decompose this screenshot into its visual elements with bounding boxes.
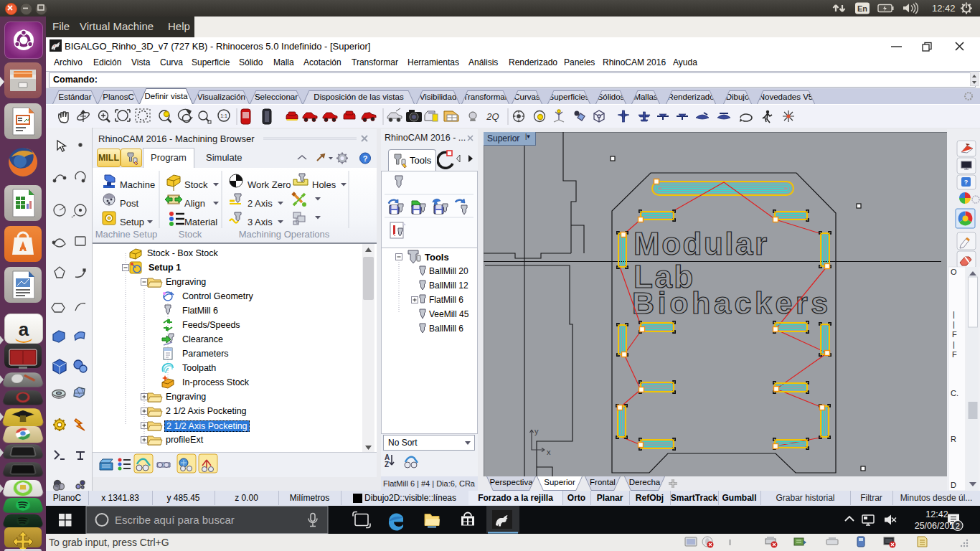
svg-text:12:42: 12:42 xyxy=(925,509,948,519)
svg-text:Holes: Holes xyxy=(312,179,336,190)
svg-text:Z: Z xyxy=(385,461,389,468)
svg-text:y: y xyxy=(534,427,539,435)
svg-text:12:42: 12:42 xyxy=(932,3,956,14)
svg-text:F: F xyxy=(952,350,957,359)
svg-text:C.: C. xyxy=(951,389,958,397)
svg-text:Stock: Stock xyxy=(179,229,202,240)
svg-text:Align: Align xyxy=(184,198,205,209)
svg-text:a: a xyxy=(19,319,29,340)
svg-text:x: x xyxy=(547,448,551,456)
svg-text:|: | xyxy=(953,310,955,319)
svg-text:2: 2 xyxy=(956,522,960,530)
svg-text:Machine: Machine xyxy=(120,179,155,190)
svg-text:Post: Post xyxy=(120,198,138,209)
svg-text:Material: Material xyxy=(184,217,217,227)
svg-text:Modular: Modular xyxy=(633,226,769,261)
svg-text:Machining Operations: Machining Operations xyxy=(239,229,330,240)
svg-text:|: | xyxy=(953,320,955,329)
svg-text:|: | xyxy=(953,340,955,349)
svg-text:?: ? xyxy=(363,154,368,163)
svg-text:Work Zero: Work Zero xyxy=(248,179,291,190)
svg-text:3 Axis: 3 Axis xyxy=(248,217,273,227)
svg-text:O: O xyxy=(951,268,957,276)
svg-text:Escribe aquí para buscar: Escribe aquí para buscar xyxy=(115,514,235,526)
svg-text:R: R xyxy=(951,435,956,443)
svg-text:2 Axis: 2 Axis xyxy=(248,198,273,209)
svg-text:2Q: 2Q xyxy=(486,111,499,122)
svg-text:Biohackers: Biohackers xyxy=(632,286,831,320)
svg-text:Stock: Stock xyxy=(184,179,208,190)
svg-text:Machine Setup: Machine Setup xyxy=(95,229,158,240)
svg-text:Setup: Setup xyxy=(120,217,144,227)
svg-text:D: D xyxy=(951,481,956,489)
svg-text:1:1: 1:1 xyxy=(220,113,227,118)
svg-text:F: F xyxy=(952,330,957,339)
svg-text:Tools: Tools xyxy=(425,252,449,263)
svg-text:?: ? xyxy=(964,179,969,186)
svg-text:En: En xyxy=(857,4,867,13)
